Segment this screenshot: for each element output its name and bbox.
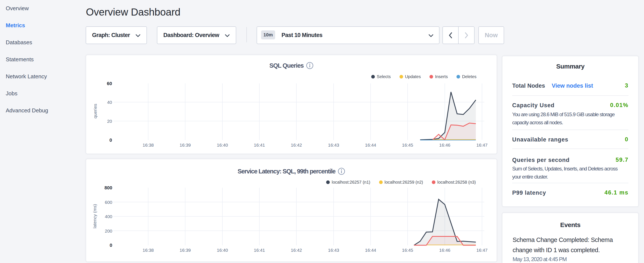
svg-text:0: 0	[110, 242, 112, 248]
svg-text:16:43: 16:43	[328, 248, 339, 252]
svg-text:latency (ms): latency (ms)	[92, 204, 97, 228]
svg-text:16:45: 16:45	[402, 248, 413, 252]
svg-text:16:47: 16:47	[476, 248, 488, 252]
svg-text:16:47: 16:47	[476, 143, 488, 147]
svg-text:16:38: 16:38	[143, 248, 154, 252]
svg-text:16:42: 16:42	[291, 248, 302, 252]
svg-text:400: 400	[105, 214, 112, 219]
svg-text:16:41: 16:41	[254, 248, 265, 252]
svg-text:16:44: 16:44	[365, 248, 376, 252]
svg-text:queries: queries	[93, 104, 98, 119]
svg-text:16:43: 16:43	[328, 143, 339, 147]
svg-text:600: 600	[105, 200, 112, 205]
svg-text:16:40: 16:40	[217, 143, 228, 147]
svg-text:16:45: 16:45	[402, 143, 413, 147]
svg-text:800: 800	[104, 185, 112, 190]
svg-text:16:40: 16:40	[217, 248, 228, 252]
svg-text:40: 40	[107, 100, 112, 105]
svg-text:16:41: 16:41	[254, 143, 265, 147]
svg-text:200: 200	[105, 228, 112, 233]
svg-text:0: 0	[110, 137, 112, 143]
svg-text:20: 20	[107, 119, 112, 124]
svg-text:16:46: 16:46	[439, 248, 450, 252]
svg-text:16:46: 16:46	[439, 143, 450, 147]
svg-text:16:42: 16:42	[291, 143, 302, 147]
svg-text:16:39: 16:39	[180, 143, 191, 147]
svg-text:16:38: 16:38	[143, 143, 154, 147]
svg-text:60: 60	[107, 81, 112, 86]
svg-text:16:39: 16:39	[180, 248, 191, 252]
svg-text:16:44: 16:44	[365, 143, 376, 147]
